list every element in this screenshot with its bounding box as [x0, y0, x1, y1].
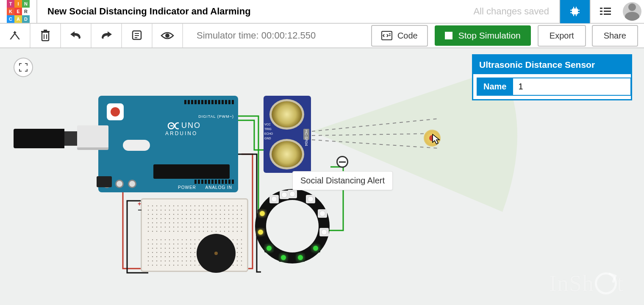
arduino-crystal [123, 140, 150, 151]
ultrasonic-sensor[interactable]: VCC TRIG ECHO GND HC-SR04 [264, 96, 311, 173]
logo-letter: I [14, 0, 22, 8]
trash-icon [40, 30, 50, 42]
ultrasonic-pin-label: GND [264, 137, 273, 140]
stop-simulation-button[interactable]: Stop Simulation [435, 25, 531, 46]
code-button[interactable]: Code [371, 25, 428, 47]
logo-letter: T [7, 0, 14, 8]
logo-letter: K [7, 8, 14, 15]
neopixel-led [279, 253, 288, 262]
toolbar: Simulator time: 00:00:12.550 Code Stop S… [0, 24, 644, 48]
export-button[interactable]: Export [538, 25, 586, 47]
undo-button[interactable] [61, 24, 92, 47]
fit-icon [19, 63, 28, 72]
svg-marker-15 [10, 33, 20, 39]
logo-letter: A [14, 15, 22, 23]
note-icon [131, 30, 142, 41]
svg-rect-13 [600, 14, 602, 15]
circuit-view-button[interactable] [559, 0, 590, 23]
arduino-board[interactable]: DIGITAL (PWM~) UNO ARDUINO POWER ANALOG … [98, 96, 238, 192]
svg-rect-11 [600, 11, 602, 12]
ultrasonic-target-handle[interactable] [424, 130, 441, 147]
zoom-to-fit-button[interactable] [14, 58, 33, 77]
arduino-digital-label: DIGITAL (PWM~) [198, 114, 234, 119]
redo-icon [100, 31, 113, 40]
neopixel-led [256, 228, 265, 236]
ultrasonic-transducer-tx [269, 99, 304, 130]
property-name-input[interactable] [513, 78, 631, 96]
delete-button[interactable] [31, 24, 61, 47]
project-title[interactable]: New Social Distancing Indicator and Alar… [47, 6, 473, 17]
schematic-view-button[interactable] [590, 0, 620, 23]
svg-rect-0 [572, 8, 578, 14]
neopixel-ring[interactable] [255, 189, 330, 263]
share-button[interactable]: Share [592, 25, 638, 47]
arduino-power-label: POWER [178, 185, 196, 190]
usb-cable [14, 129, 64, 148]
eye-icon [161, 31, 174, 40]
usb-port [77, 125, 108, 150]
svg-rect-17 [42, 32, 49, 41]
chip-icon [569, 5, 581, 18]
arduino-analog-label: ANALOG IN [205, 185, 232, 190]
tinkercad-logo[interactable]: T I N K E R C A D [0, 0, 37, 23]
circuit-canvas[interactable]: DIGITAL (PWM~) UNO ARDUINO POWER ANALOG … [0, 48, 644, 305]
neopixel-led [311, 244, 320, 252]
logo-letter: D [22, 15, 30, 23]
svg-rect-10 [604, 8, 611, 9]
arduino-brand: ARDUINO [165, 130, 197, 136]
svg-marker-16 [13, 31, 17, 33]
ultrasonic-pin-label: ECHO [264, 132, 273, 135]
stop-simulation-label: Stop Simulation [458, 30, 521, 41]
notes-button[interactable] [122, 24, 153, 47]
ultrasonic-pin-label: TRIG [264, 128, 273, 130]
user-avatar[interactable] [620, 0, 644, 23]
save-status: All changes saved [473, 6, 549, 17]
neopixel-led [288, 190, 297, 198]
arduino-atmega-chip [153, 164, 230, 179]
logo-letter: N [22, 0, 30, 8]
neopixel-led [258, 209, 267, 218]
neopixel-led [296, 253, 305, 262]
logo-letter: E [14, 8, 22, 15]
logo-letter: C [7, 15, 14, 23]
breadboard-minus-rail: − [138, 206, 142, 214]
stop-icon [445, 32, 452, 39]
annotation-bubble[interactable]: Social Distancing Alert [292, 171, 393, 190]
piezo-buzzer[interactable] [197, 234, 236, 273]
watermark: InSht [549, 270, 624, 297]
annotation-remove-icon[interactable] [336, 156, 348, 168]
arduino-barrel-jack [97, 176, 112, 187]
arduino-reset-button[interactable] [107, 103, 124, 120]
neopixel-led [319, 228, 329, 236]
undo-icon [69, 31, 82, 40]
neopixel-led [264, 244, 274, 252]
neopixel-led [318, 209, 327, 218]
property-panel-title: Ultrasonic Distance Sensor [473, 55, 631, 74]
visibility-button[interactable] [153, 24, 183, 47]
logo-letter: R [22, 8, 30, 15]
arduino-logo-text: UNO [164, 121, 201, 130]
svg-point-26 [165, 33, 169, 38]
code-button-label: Code [397, 31, 418, 41]
svg-rect-9 [600, 8, 602, 9]
ultrasonic-model-label: HC-SR04 [304, 130, 308, 146]
neopixel-led [306, 195, 315, 203]
app-header: T I N K E R C A D New Social Distancing … [0, 0, 644, 24]
code-icon [381, 31, 392, 40]
simulator-time: Simulator time: 00:00:12.550 [183, 30, 371, 41]
rotate-icon [8, 30, 21, 41]
svg-rect-12 [604, 11, 611, 12]
neopixel-led [280, 191, 289, 199]
svg-rect-18 [41, 31, 50, 32]
property-panel: Ultrasonic Distance Sensor Name [472, 54, 632, 100]
property-name-label: Name [477, 78, 513, 96]
ultrasonic-transducer-rx [269, 139, 304, 169]
svg-rect-19 [44, 30, 47, 31]
redo-button[interactable] [92, 24, 122, 47]
neopixel-led [269, 195, 279, 203]
list-icon [599, 6, 612, 17]
svg-rect-14 [604, 14, 611, 15]
ultrasonic-distance-readout: 76.6in / 194.6cm [316, 108, 644, 156]
rotate-button[interactable] [0, 24, 31, 47]
ultrasonic-pin-label: VCC [264, 123, 273, 126]
